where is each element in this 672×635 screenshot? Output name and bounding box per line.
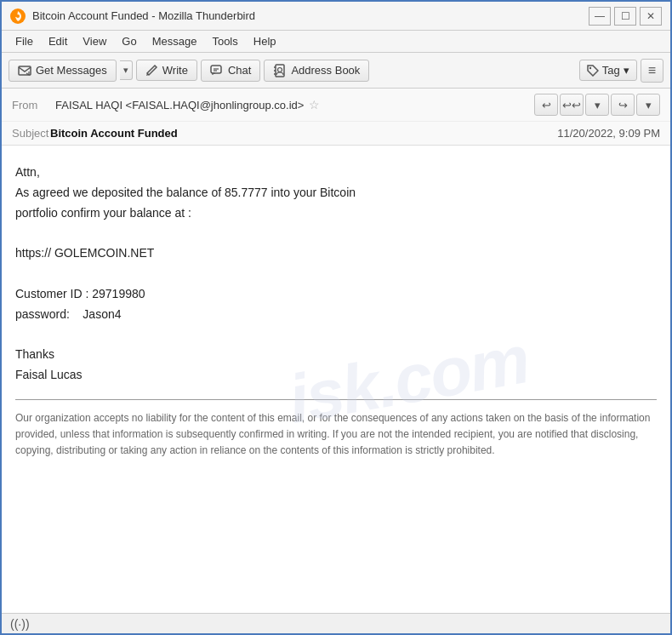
window-controls: — ☐ ✕ (589, 7, 662, 26)
toolbar: Get Messages ▾ Write Chat (2, 53, 670, 89)
disclaimer: Our organization accepts no liability fo… (15, 399, 657, 460)
get-messages-icon (18, 64, 31, 77)
menu-view[interactable]: View (76, 32, 113, 50)
chat-button[interactable]: Chat (201, 60, 260, 82)
menu-file[interactable]: File (9, 32, 40, 50)
window-title: Bitcoin Account Funded - Mozilla Thunder… (32, 9, 255, 22)
from-label: From (12, 99, 50, 112)
svg-point-7 (278, 67, 282, 72)
app-icon (10, 9, 26, 24)
menu-bar: File Edit View Go Message Tools Help (2, 31, 670, 53)
status-bar: ((·)) (2, 613, 670, 633)
from-left: From FAISAL HAQI <FAISAL.HAQI@jhonlingro… (12, 98, 320, 112)
subject-label: Subject (12, 127, 50, 140)
reply-button[interactable]: ↩ (534, 94, 558, 116)
minimize-button[interactable]: — (589, 7, 611, 26)
title-bar-left: Bitcoin Account Funded - Mozilla Thunder… (10, 9, 255, 24)
email-body: isk.com Attn, As agreed we deposited the… (2, 146, 670, 613)
tag-icon (587, 65, 599, 77)
main-window: Bitcoin Account Funded - Mozilla Thunder… (0, 0, 672, 635)
star-icon[interactable]: ☆ (309, 98, 320, 112)
menu-button[interactable]: ≡ (641, 59, 663, 83)
nav-dropdown-1[interactable]: ▾ (585, 94, 609, 116)
svg-point-11 (589, 66, 590, 68)
maximize-button[interactable]: ☐ (614, 7, 636, 26)
email-body-text: Attn, As agreed we deposited the balance… (15, 163, 657, 386)
menu-edit[interactable]: Edit (42, 32, 74, 50)
write-button[interactable]: Write (136, 60, 197, 81)
date-value: 11/20/2022, 9:09 PM (557, 127, 660, 140)
from-row: From FAISAL HAQI <FAISAL.HAQI@jhonlingro… (2, 89, 670, 122)
subject-row: Subject Bitcoin Account Funded 11/20/202… (2, 122, 670, 145)
svg-point-1 (16, 14, 20, 18)
signal-icon: ((·)) (10, 617, 30, 631)
menu-tools[interactable]: Tools (205, 32, 244, 50)
email-header: From FAISAL HAQI <FAISAL.HAQI@jhonlingro… (2, 89, 670, 146)
navigation-buttons: ↩ ↩↩ ▾ ↪ ▾ (534, 94, 660, 116)
get-messages-button[interactable]: Get Messages (9, 60, 117, 82)
subject-value: Bitcoin Account Funded (50, 127, 557, 140)
nav-dropdown-2[interactable]: ▾ (636, 94, 660, 116)
address-book-button[interactable]: Address Book (264, 60, 369, 82)
from-value: FAISAL HAQI <FAISAL.HAQI@jhonlingroup.co… (55, 99, 304, 112)
tag-button[interactable]: Tag ▾ (579, 60, 637, 81)
forward-button[interactable]: ↪ (611, 94, 635, 116)
reply-all-button[interactable]: ↩↩ (560, 94, 584, 116)
menu-help[interactable]: Help (247, 32, 283, 50)
close-button[interactable]: ✕ (640, 7, 662, 26)
title-bar: Bitcoin Account Funded - Mozilla Thunder… (2, 2, 670, 31)
get-messages-dropdown[interactable]: ▾ (120, 60, 133, 80)
menu-message[interactable]: Message (145, 32, 204, 50)
address-book-icon (273, 64, 287, 77)
menu-go[interactable]: Go (115, 32, 143, 50)
chat-icon (210, 64, 224, 77)
write-icon (145, 64, 158, 77)
